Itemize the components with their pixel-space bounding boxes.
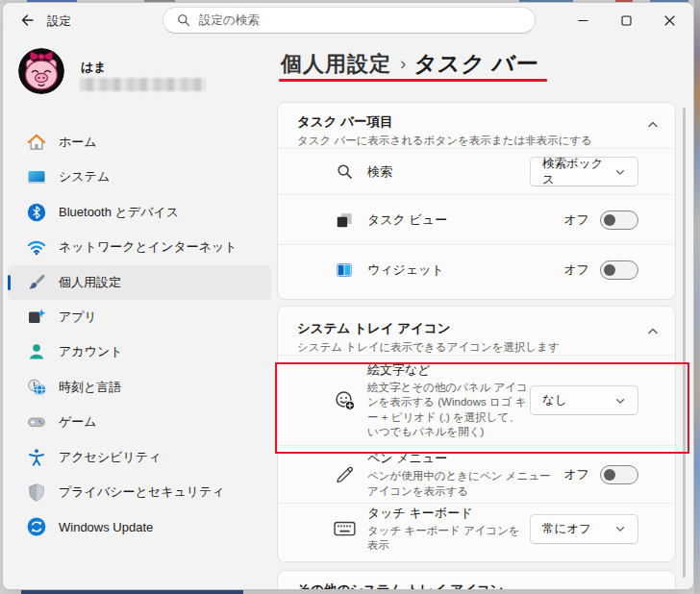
- row-emoji-panel: 絵文字など 絵文字とその他のパネル アイコンを表示する (Windows ロゴ …: [278, 355, 675, 445]
- task-view-icon: [332, 211, 357, 229]
- selection-accent-bar: [8, 275, 11, 290]
- chevron-down-icon: [614, 395, 626, 407]
- card-system-tray-icons: システム トレイ アイコン システム トレイに表示できるアイコンを選択します 絵…: [277, 306, 676, 562]
- sidebar: はま ホーム システム Bluetooth とデバイス: [3, 37, 277, 589]
- user-name: はま: [81, 59, 107, 76]
- pen-menu-icon: [332, 464, 357, 484]
- close-button[interactable]: [648, 3, 691, 37]
- gaming-icon: [27, 412, 46, 432]
- sidebar-item-bluetooth-devices[interactable]: Bluetooth とデバイス: [8, 195, 271, 230]
- back-arrow-icon: [19, 12, 35, 28]
- task-view-toggle[interactable]: [600, 210, 638, 230]
- sidebar-item-time-language[interactable]: 時刻と言語: [8, 370, 271, 405]
- breadcrumb-separator-icon: ›: [400, 53, 406, 73]
- sidebar-nav: ホーム システム Bluetooth とデバイス ネットワークとインターネット: [8, 125, 271, 545]
- toggle-state-label: オフ: [563, 261, 589, 279]
- maximize-icon: [621, 15, 632, 26]
- accessibility-icon: [27, 448, 46, 467]
- avatar[interactable]: [18, 48, 64, 94]
- toggle-state-label: オフ: [563, 466, 589, 483]
- row-pen-menu: ペン メニュー ペンが使用中のときにペン メニュー アイコンを表示する オフ: [278, 445, 675, 503]
- sidebar-item-accounts[interactable]: アカウント: [8, 334, 271, 369]
- card-other-tray-header[interactable]: その他のシステム トレイ アイコン: [278, 571, 675, 590]
- card-other-tray-icons: その他のシステム トレイ アイコン: [277, 570, 676, 590]
- window-controls: [562, 3, 691, 37]
- row-widgets: ウィジェット オフ: [278, 244, 675, 294]
- bluetooth-icon: [27, 203, 46, 222]
- sidebar-item-gaming[interactable]: ゲーム: [8, 405, 271, 439]
- desktop-edge-right: [694, 0, 700, 594]
- minimize-button[interactable]: [562, 3, 605, 37]
- search-icon: [177, 13, 190, 27]
- settings-window: 設定 設定の検索: [2, 2, 694, 590]
- toggle-knob: [604, 214, 615, 226]
- titlebar: 設定 設定の検索: [3, 3, 693, 37]
- maximize-button[interactable]: [605, 3, 648, 37]
- personalization-icon: [27, 273, 46, 292]
- time-language-icon: [27, 378, 46, 397]
- user-email-redacted: [80, 78, 206, 91]
- windows-update-icon: [27, 517, 46, 536]
- sidebar-item-accessibility[interactable]: アクセシビリティ: [8, 440, 271, 475]
- emoji-panel-dropdown[interactable]: なし: [530, 385, 638, 415]
- privacy-icon: [27, 483, 46, 502]
- emoji-panel-icon: [332, 389, 357, 411]
- chevron-up-icon[interactable]: [646, 325, 660, 338]
- chevron-up-icon[interactable]: [646, 118, 660, 132]
- chevron-down-icon: [614, 523, 626, 534]
- page-title: タスク バー: [412, 49, 540, 79]
- card-system-tray-header[interactable]: システム トレイ アイコン システム トレイに表示できるアイコンを選択します: [278, 307, 675, 355]
- row-touch-keyboard: タッチ キーボード タッチ キーボード アイコンを表示 常にオフ: [278, 503, 675, 554]
- chevron-down-icon: [614, 166, 626, 178]
- minimize-icon: [578, 15, 588, 26]
- sidebar-item-system[interactable]: システム: [8, 160, 271, 194]
- search-placeholder: 設定の検索: [199, 12, 260, 29]
- search-icon: [332, 163, 357, 180]
- breadcrumb-parent[interactable]: 個人用設定: [281, 52, 391, 76]
- widgets-toggle[interactable]: [600, 260, 638, 280]
- scrollbar[interactable]: [683, 108, 686, 578]
- accounts-icon: [27, 342, 46, 361]
- back-button[interactable]: [12, 9, 41, 32]
- home-icon: [27, 133, 46, 152]
- touch-keyboard-dropdown[interactable]: 常にオフ: [530, 514, 638, 544]
- row-search: 検索 検索ボックス: [278, 148, 675, 194]
- main-content: 個人用設定›タスク バー タスク バー項目 タスク バーに表示されるボタンを表示…: [277, 37, 685, 589]
- sidebar-item-personalization[interactable]: 個人用設定: [8, 265, 271, 300]
- sidebar-item-network-internet[interactable]: ネットワークとインターネット: [8, 230, 271, 264]
- annotation-underline: [279, 79, 547, 82]
- close-icon: [664, 15, 675, 26]
- sidebar-item-home[interactable]: ホーム: [8, 125, 271, 160]
- apps-icon: [27, 308, 46, 327]
- widgets-icon: [332, 261, 357, 279]
- pig-avatar-image: [18, 48, 64, 94]
- search-input[interactable]: 設定の検索: [162, 7, 536, 34]
- toggle-knob: [604, 469, 615, 481]
- sidebar-item-apps[interactable]: アプリ: [8, 300, 271, 334]
- toggle-knob: [604, 264, 615, 276]
- window-title: 設定: [47, 13, 71, 30]
- sidebar-item-privacy-security[interactable]: プライバシーとセキュリティ: [8, 475, 271, 509]
- pen-menu-toggle[interactable]: [600, 465, 638, 484]
- toggle-state-label: オフ: [563, 211, 589, 229]
- sidebar-item-windows-update[interactable]: Windows Update: [8, 509, 271, 544]
- card-taskbar-items-header[interactable]: タスク バー項目 タスク バーに表示されるボタンを表示または非表示にする: [278, 103, 675, 148]
- card-taskbar-items: タスク バー項目 タスク バーに表示されるボタンを表示または非表示にする 検索 …: [277, 102, 676, 300]
- search-mode-dropdown[interactable]: 検索ボックス: [530, 157, 638, 186]
- network-icon: [27, 237, 46, 257]
- breadcrumb: 個人用設定›タスク バー: [281, 49, 539, 79]
- chevron-down-icon[interactable]: [646, 586, 660, 590]
- touch-keyboard-icon: [332, 521, 357, 537]
- system-icon: [27, 167, 46, 186]
- row-task-view: タスク ビュー オフ: [278, 194, 675, 244]
